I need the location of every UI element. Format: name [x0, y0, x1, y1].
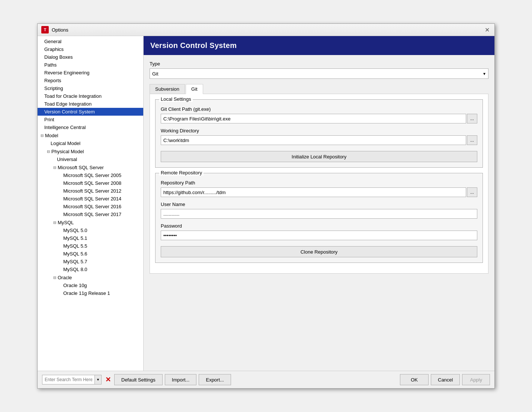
sidebar-group-physical-model[interactable]: ⊟ Physical Model	[38, 147, 143, 155]
working-directory-browse-button[interactable]: ...	[467, 135, 477, 145]
git-client-path-browse-button[interactable]: ...	[467, 114, 477, 123]
tab-git[interactable]: Git	[186, 84, 203, 94]
clone-repo-button[interactable]: Clone Repository	[161, 246, 477, 257]
sidebar-item-mysql-55[interactable]: MySQL 5.5	[38, 242, 143, 250]
sidebar-item-ms-sql-2008[interactable]: Microsoft SQL Server 2008	[38, 179, 143, 187]
sidebar-item-oracle-11g-r1[interactable]: Oracle 11g Release 1	[38, 289, 143, 297]
physical-model-expand-icon: ⊟	[45, 148, 51, 154]
title-bar: T Options ✕	[38, 24, 494, 36]
main-content: Version Control System Type Git Subversi…	[144, 36, 494, 371]
type-select[interactable]: Git Subversion	[150, 68, 488, 79]
apply-button[interactable]: Apply	[462, 374, 490, 385]
repo-path-browse-button[interactable]: ...	[467, 187, 477, 197]
remote-repository-group: Remote Repository Repository Path ... Us…	[155, 173, 483, 263]
dialog-title: Options	[52, 27, 68, 33]
sidebar-item-ms-sql-2005[interactable]: Microsoft SQL Server 2005	[38, 171, 143, 179]
sidebar-item-reverse-engineering[interactable]: Reverse Engineering	[38, 69, 143, 77]
init-repo-button[interactable]: Initialize Local Repository	[161, 151, 477, 162]
sidebar: General Graphics Dialog Boxes Paths Reve…	[38, 36, 144, 371]
sidebar-item-mysql-80[interactable]: MySQL 8.0	[38, 265, 143, 273]
working-directory-input[interactable]	[161, 135, 466, 145]
sidebar-item-ms-sql-2014[interactable]: Microsoft SQL Server 2014	[38, 195, 143, 203]
sidebar-item-oracle-label: Oracle	[58, 275, 72, 280]
sidebar-item-ms-sql-2017[interactable]: Microsoft SQL Server 2017	[38, 210, 143, 218]
sidebar-group-mysql[interactable]: ⊟ MySQL	[38, 218, 143, 226]
sidebar-item-reports[interactable]: Reports	[38, 77, 143, 84]
export-button[interactable]: Export...	[199, 374, 231, 385]
working-directory-label: Working Directory	[161, 128, 477, 133]
sidebar-item-ms-sql-2012[interactable]: Microsoft SQL Server 2012	[38, 187, 143, 195]
repo-path-row: ...	[161, 187, 477, 197]
sidebar-item-logical-model[interactable]: Logical Model	[38, 139, 143, 147]
clear-search-button[interactable]: ✕	[104, 376, 112, 384]
sidebar-item-universal[interactable]: Universal	[38, 155, 143, 163]
sidebar-item-ms-sql-label: Microsoft SQL Server	[58, 165, 104, 170]
local-settings-title: Local Settings	[159, 96, 193, 102]
sidebar-item-print[interactable]: Print	[38, 116, 143, 123]
username-input[interactable]	[161, 209, 477, 219]
sidebar-item-oracle-10g[interactable]: Oracle 10g	[38, 281, 143, 289]
model-expand-icon: ⊟	[39, 132, 45, 138]
sidebar-item-ms-sql-2016[interactable]: Microsoft SQL Server 2016	[38, 203, 143, 210]
sidebar-item-toad-edge[interactable]: Toad Edge Integration	[38, 100, 143, 108]
sidebar-item-scripting[interactable]: Scripting	[38, 84, 143, 92]
dialog-body: General Graphics Dialog Boxes Paths Reve…	[38, 36, 494, 371]
working-directory-row: ...	[161, 135, 477, 145]
username-row	[161, 209, 477, 219]
sidebar-item-mysql-label: MySQL	[58, 220, 74, 225]
type-label: Type	[150, 61, 488, 67]
tabs-row: Subversion Git	[150, 84, 488, 94]
sidebar-item-mysql-56[interactable]: MySQL 5.6	[38, 250, 143, 258]
ok-button[interactable]: OK	[400, 374, 429, 385]
search-combo: ▼	[42, 375, 102, 384]
import-button[interactable]: Import...	[165, 374, 197, 385]
username-label: User Name	[161, 202, 477, 207]
sidebar-item-mysql-57[interactable]: MySQL 5.7	[38, 258, 143, 265]
app-icon: T	[41, 26, 49, 33]
panel-body: Type Git Subversion ▼ Subversion Git	[144, 55, 494, 371]
sidebar-item-paths[interactable]: Paths	[38, 61, 143, 69]
search-input[interactable]	[42, 375, 94, 384]
sidebar-item-graphics[interactable]: Graphics	[38, 45, 143, 53]
oracle-expand-icon: ⊟	[52, 274, 58, 280]
sidebar-item-mysql-51[interactable]: MySQL 5.1	[38, 234, 143, 242]
sidebar-item-model-label: Model	[45, 133, 58, 138]
password-input[interactable]	[161, 231, 477, 240]
mysql-expand-icon: ⊟	[52, 219, 58, 225]
remote-repository-title: Remote Repository	[159, 170, 203, 176]
sidebar-item-toad-oracle[interactable]: Toad for Oracle Integration	[38, 92, 143, 100]
tab-content: Local Settings Git Client Path (git.exe)…	[150, 94, 488, 274]
local-settings-group: Local Settings Git Client Path (git.exe)…	[155, 99, 483, 168]
options-dialog: T Options ✕ General Graphics Dialog Boxe…	[37, 23, 495, 389]
panel-header: Version Control System	[144, 36, 494, 55]
sidebar-item-physical-model-label: Physical Model	[51, 149, 84, 154]
close-button[interactable]: ✕	[483, 26, 491, 33]
sidebar-item-dialog-boxes[interactable]: Dialog Boxes	[38, 53, 143, 61]
ms-sql-expand-icon: ⊟	[52, 164, 58, 170]
sidebar-item-mysql-50[interactable]: MySQL 5.0	[38, 226, 143, 234]
repo-path-label: Repository Path	[161, 180, 477, 186]
title-bar-left: T Options	[41, 26, 68, 33]
svg-text:T: T	[44, 28, 47, 32]
password-row	[161, 231, 477, 240]
git-client-path-label: Git Client Path (git.exe)	[161, 106, 477, 112]
sidebar-group-ms-sql[interactable]: ⊟ Microsoft SQL Server	[38, 163, 143, 171]
password-label: Password	[161, 223, 477, 229]
cancel-button[interactable]: Cancel	[431, 374, 460, 385]
repo-path-input[interactable]	[161, 187, 466, 197]
sidebar-item-general[interactable]: General	[38, 38, 143, 45]
git-client-path-row: ...	[161, 114, 477, 123]
sidebar-group-oracle[interactable]: ⊟ Oracle	[38, 273, 143, 281]
sidebar-item-intelligence-central[interactable]: Intelligence Central	[38, 123, 143, 131]
panel-title: Version Control System	[150, 41, 488, 50]
sidebar-group-model[interactable]: ⊟ Model	[38, 131, 143, 139]
type-select-wrapper: Git Subversion ▼	[150, 68, 488, 79]
default-settings-button[interactable]: Default Settings	[114, 374, 163, 385]
git-client-path-input[interactable]	[161, 114, 466, 123]
tab-subversion[interactable]: Subversion	[150, 84, 185, 94]
search-dropdown-button[interactable]: ▼	[94, 375, 101, 384]
footer: ▼ ✕ Default Settings Import... Export...…	[38, 371, 494, 388]
type-row: Type Git Subversion ▼	[150, 61, 488, 79]
sidebar-item-version-control[interactable]: Version Control System	[38, 108, 143, 116]
footer-left: ▼ ✕ Default Settings Import... Export...	[42, 374, 398, 385]
